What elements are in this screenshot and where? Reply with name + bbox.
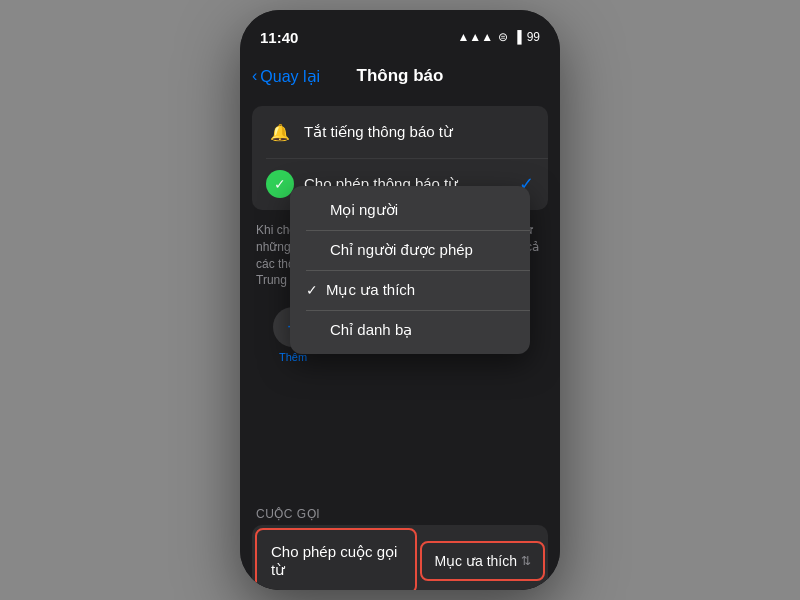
dropdown-label-0: Mọi người	[330, 201, 398, 219]
chevron-updown-icon: ⇅	[521, 554, 531, 568]
wifi-icon: ⊜	[498, 30, 508, 44]
dropdown-item-chi-danh-ba[interactable]: Chỉ danh bạ	[290, 310, 530, 350]
phone-frame: 11:40 ▲▲▲ ⊜ ▐ 99 ‹ Quay lại Thông báo 🔔 …	[240, 10, 560, 590]
dropdown-label-2: Mục ưa thích	[326, 281, 415, 299]
back-button[interactable]: ‹ Quay lại	[252, 67, 320, 86]
chevron-left-icon: ‹	[252, 67, 257, 85]
call-value-selector[interactable]: Mục ưa thích ⇅	[420, 541, 545, 581]
status-time: 11:40	[260, 29, 298, 46]
battery-icon: ▐	[513, 30, 522, 44]
active-check-icon: ✓	[306, 282, 318, 298]
dropdown-label-3: Chỉ danh bạ	[330, 321, 412, 339]
status-bar: 11:40 ▲▲▲ ⊜ ▐ 99	[240, 10, 560, 54]
allow-calls-label: Cho phép cuộc gọi từ	[255, 528, 417, 590]
nav-bar: ‹ Quay lại Thông báo	[240, 54, 560, 98]
mute-label: Tắt tiếng thông báo từ	[304, 123, 534, 141]
mute-icon: 🔔	[266, 118, 294, 146]
dropdown-item-chi-nguoi[interactable]: Chỉ người được phép	[290, 230, 530, 270]
dropdown-item-muc-ua-thich[interactable]: ✓ Mục ưa thích	[290, 270, 530, 310]
back-label: Quay lại	[260, 67, 320, 86]
page-title: Thông báo	[357, 66, 444, 86]
call-current-value: Mục ưa thích	[434, 553, 517, 569]
call-row: Cho phép cuộc gọi từ Mục ưa thích ⇅	[252, 525, 548, 590]
dropdown-menu: Mọi người Chỉ người được phép ✓ Mục ưa t…	[290, 186, 530, 354]
battery-level: 99	[527, 30, 540, 44]
mute-item[interactable]: 🔔 Tắt tiếng thông báo từ	[252, 106, 548, 158]
dropdown-item-moi-nguoi[interactable]: Mọi người	[290, 190, 530, 230]
calls-section: Cho phép cuộc gọi từ Mục ưa thích ⇅	[252, 525, 548, 590]
dropdown-label-1: Chỉ người được phép	[330, 241, 473, 259]
scroll-content: 🔔 Tắt tiếng thông báo từ ✓ Cho phép thôn…	[240, 98, 560, 590]
status-icons: ▲▲▲ ⊜ ▐ 99	[457, 30, 540, 44]
signal-icon: ▲▲▲	[457, 30, 493, 44]
calls-section-label: CUỘC GỌI	[240, 499, 560, 525]
